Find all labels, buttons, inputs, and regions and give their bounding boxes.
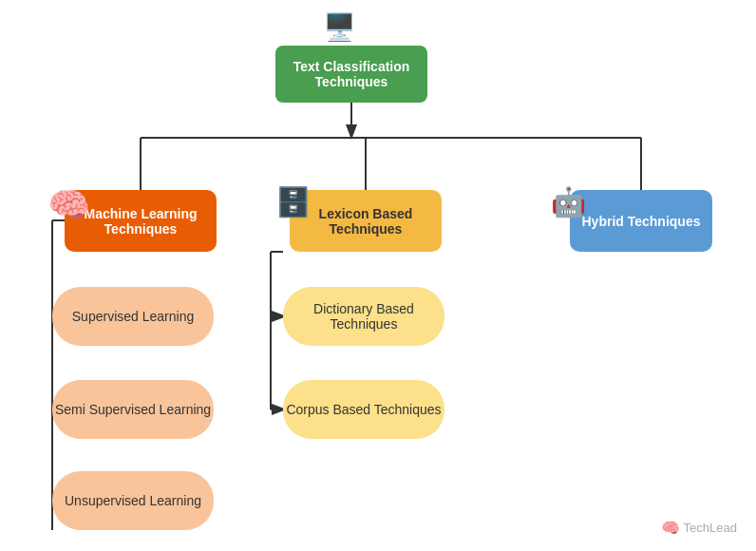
node-semi-supervised: Semi Supervised Learning	[52, 380, 214, 439]
corpus-label: Corpus Based Techniques	[286, 402, 441, 417]
watermark-icon: 🧠	[661, 519, 680, 537]
database-icon: 🗄️	[275, 185, 311, 218]
unsupervised-label: Unsupervised Learning	[65, 493, 201, 508]
watermark: 🧠 TechLead	[661, 519, 737, 537]
node-corpus: Corpus Based Techniques	[283, 380, 444, 439]
dictionary-label: Dictionary Based Techniques	[283, 301, 444, 332]
chip-icon: 🤖	[551, 185, 586, 218]
root-label: Text Classification Techniques	[275, 59, 427, 89]
node-root: Text Classification Techniques	[275, 46, 427, 103]
watermark-text: TechLead	[684, 521, 737, 535]
node-unsupervised: Unsupervised Learning	[52, 471, 214, 530]
lexicon-label: Lexicon Based Techniques	[290, 206, 442, 237]
diagram-container: 🖥️ Text Classification Techniques 🧠 Mach…	[0, 0, 756, 551]
node-dictionary: Dictionary Based Techniques	[283, 287, 444, 346]
hybrid-label: Hybrid Techniques	[582, 214, 701, 229]
node-hybrid: Hybrid Techniques	[570, 190, 712, 252]
computer-icon: 🖥️	[323, 11, 356, 43]
brain-icon: 🧠	[47, 185, 90, 225]
semi-label: Semi Supervised Learning	[55, 402, 211, 417]
node-lexicon: Lexicon Based Techniques	[290, 190, 442, 252]
supervised-label: Supervised Learning	[72, 309, 194, 324]
node-supervised: Supervised Learning	[52, 287, 214, 346]
